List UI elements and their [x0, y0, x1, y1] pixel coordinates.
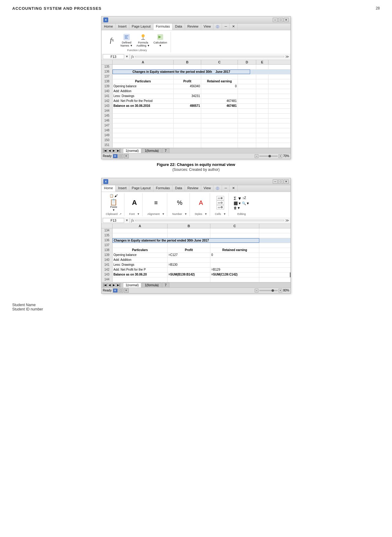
tab-data-1[interactable]: Data: [172, 24, 185, 30]
sheet-nav-2[interactable]: |◀ ◀ ▶ ▶|: [103, 283, 121, 287]
tab-minimize-ribbon-2[interactable]: ─: [222, 185, 230, 192]
cell-b135[interactable]: [174, 65, 201, 69]
zoom-out-btn[interactable]: −: [255, 154, 258, 158]
zoom-track[interactable]: [259, 156, 278, 157]
sheet-tab-1formula[interactable]: 1(formula): [142, 148, 161, 153]
styles-icon[interactable]: A: [199, 199, 203, 206]
cell-fb143[interactable]: =SUM(B139:B142): [168, 272, 210, 277]
format-cells-btn[interactable]: ▭⚙: [216, 205, 224, 209]
cell-fb144[interactable]: [168, 277, 210, 282]
last-sheet-btn[interactable]: ▶|: [116, 148, 121, 153]
close-button-2[interactable]: ✕: [284, 179, 289, 184]
cell-d137[interactable]: [238, 74, 256, 79]
delete-cells-btn[interactable]: ▭⊖: [216, 201, 224, 205]
insert-function-btn[interactable]: fx: [106, 35, 118, 45]
normal-view-btn[interactable]: ⊞: [113, 154, 118, 158]
cell-a142[interactable]: Add: Net Profit for the Period: [113, 99, 174, 103]
cell-a143[interactable]: Balance as on 30.06.2016: [113, 104, 174, 108]
cell-fb135[interactable]: [168, 233, 210, 238]
cell-b139[interactable]: 456340: [174, 84, 201, 89]
tab-data-2[interactable]: Data: [172, 185, 185, 192]
cell-d138[interactable]: [238, 79, 256, 84]
cell-c143[interactable]: 467481: [201, 104, 238, 108]
formula-input-2[interactable]: [135, 220, 284, 221]
cell-fa139[interactable]: Opening balance: [113, 253, 168, 257]
formula-bar-expand-2[interactable]: ≫: [285, 218, 289, 223]
prev-sheet-btn-2[interactable]: ◀: [108, 283, 112, 287]
view-buttons-1[interactable]: ⊞ ⬚ ≡: [113, 154, 129, 158]
cell-e141[interactable]: [256, 94, 268, 99]
window-controls[interactable]: ─ □ ✕: [273, 18, 289, 22]
cell-b137[interactable]: [174, 74, 201, 79]
cell-fb138[interactable]: Profit: [168, 248, 210, 253]
window-controls-2[interactable]: ─ □ ✕: [273, 179, 289, 184]
cell-fc143[interactable]: =SUM(C139:C142): [210, 272, 259, 277]
zoom-out-btn-2[interactable]: −: [255, 289, 258, 292]
percent-icon[interactable]: %: [177, 199, 183, 206]
prev-sheet-btn[interactable]: ◀: [108, 148, 112, 153]
cell-d144[interactable]: [238, 109, 256, 113]
tab-close-ribbon-2[interactable]: ✕: [230, 185, 238, 192]
restore-button-2[interactable]: □: [278, 179, 283, 184]
sheet-tab-2-1normal[interactable]: 1(normal): [123, 283, 142, 287]
cell-c142[interactable]: 467481: [201, 99, 238, 103]
tab-home-2[interactable]: Home: [102, 185, 116, 192]
alignment-icon[interactable]: ≡: [154, 199, 158, 206]
cell-c140[interactable]: [201, 89, 238, 94]
tab-review-1[interactable]: Review: [185, 24, 201, 30]
paste-icon-main[interactable]: 📋: [110, 198, 117, 206]
cell-b138[interactable]: Profit: [174, 79, 201, 84]
cell-fa135[interactable]: [113, 233, 168, 238]
font-bold-icon[interactable]: A: [132, 199, 137, 207]
tab-pagelayout-2[interactable]: Page Layout: [129, 185, 153, 192]
next-sheet-btn[interactable]: ▶: [112, 148, 116, 153]
cell-ref-2[interactable]: F13: [103, 218, 124, 223]
tab-minimize-ribbon[interactable]: ─: [222, 24, 230, 30]
defined-names-btn[interactable]: DefinedNames ▼: [119, 32, 134, 48]
cell-e137[interactable]: [256, 74, 268, 79]
cell-fc144[interactable]: [210, 277, 259, 282]
cell-fb140[interactable]: [168, 258, 210, 262]
last-sheet-btn-2[interactable]: ▶|: [116, 283, 121, 287]
zoom-track-2[interactable]: [259, 290, 278, 291]
clear-btn[interactable]: 🗑▼: [234, 206, 250, 210]
cell-fb139[interactable]: =C127: [168, 253, 210, 257]
cell-fa138[interactable]: Particulars: [113, 248, 168, 253]
col-header-e-1[interactable]: E: [256, 60, 268, 64]
tab-view-2[interactable]: View: [201, 185, 214, 192]
col-header-b-2[interactable]: B: [168, 224, 210, 228]
tab-view-1[interactable]: View: [201, 24, 214, 30]
cell-fb134[interactable]: [168, 228, 210, 233]
cell-d139[interactable]: [238, 84, 256, 89]
insert-cells-btn[interactable]: ▭⊕: [216, 196, 224, 200]
cell-e138[interactable]: [256, 79, 268, 84]
paste-icon-copy[interactable]: 📋: [109, 194, 114, 198]
zoom-in-btn-2[interactable]: +: [279, 289, 282, 292]
page-break-view-btn[interactable]: ≡: [124, 154, 129, 158]
cell-e142[interactable]: [256, 99, 268, 103]
cell-b144[interactable]: [174, 109, 201, 113]
cell-d143[interactable]: [238, 104, 256, 108]
minimize-button[interactable]: ─: [273, 18, 278, 22]
calculation-btn[interactable]: ▶ Calculation▼: [152, 32, 168, 48]
cell-a137[interactable]: [113, 74, 174, 79]
cell-e135[interactable]: [256, 65, 268, 69]
cell-c138[interactable]: Retained earning: [201, 79, 238, 84]
cell-b141[interactable]: 34231: [174, 94, 201, 99]
formula-dropdown-arrow-2[interactable]: ▼: [125, 219, 128, 222]
sheet-nav[interactable]: |◀ ◀ ▶ ▶|: [103, 148, 121, 153]
cell-a138[interactable]: Particulars: [113, 79, 174, 84]
cell-fa142[interactable]: Add: Net Profit for the P: [113, 268, 168, 272]
cell-d141[interactable]: [238, 94, 256, 99]
sheet-tab-2-1formula[interactable]: 1(formula): [142, 283, 161, 287]
first-sheet-btn-2[interactable]: |◀: [103, 283, 107, 287]
view-buttons-2[interactable]: ⊞ ⬚ ≡: [113, 288, 129, 293]
cell-d140[interactable]: [238, 89, 256, 94]
zoom-in-btn[interactable]: +: [279, 154, 282, 158]
cell-fa144[interactable]: [113, 277, 168, 282]
cell-fa136[interactable]: Changes in Equity statement for the peri…: [113, 238, 259, 243]
cell-e144[interactable]: [256, 109, 268, 113]
cell-c144[interactable]: [201, 109, 238, 113]
cell-fc141[interactable]: [210, 263, 259, 267]
zoom-slider-2[interactable]: − + 80%: [255, 289, 289, 292]
